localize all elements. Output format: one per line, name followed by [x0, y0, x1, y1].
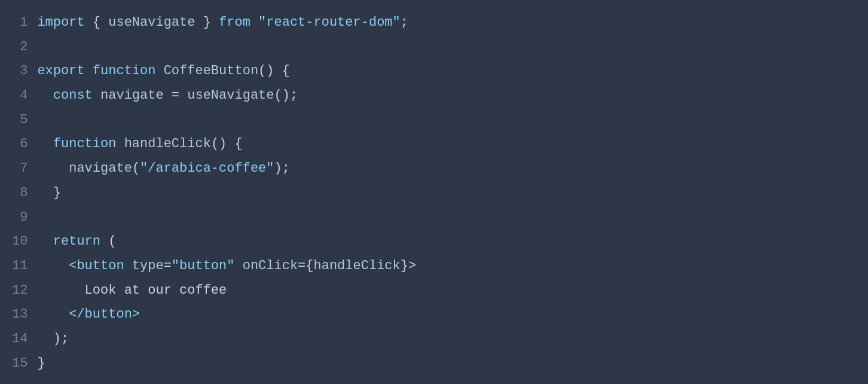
token-plain: ); [274, 161, 289, 176]
token-fn-name: handleClick [314, 258, 401, 273]
line-number: 5 [12, 108, 27, 133]
token-plain: () { [258, 63, 290, 78]
line-number: 4 [12, 84, 27, 108]
code-line: import { useNavigate } from "react-route… [37, 11, 868, 35]
token-attr-name: type [132, 258, 164, 273]
code-line: function handleClick() { [37, 132, 868, 157]
token-plain: }> [401, 258, 416, 273]
token-plain: ={ [298, 258, 313, 273]
code-line: ); [37, 327, 868, 352]
token-plain: (); [274, 88, 298, 103]
token-fn-name: CoffeeButton [164, 63, 258, 78]
token-kw-const: const [53, 88, 93, 103]
token-fn-name: navigate [100, 88, 164, 103]
code-line: } [37, 352, 868, 376]
code-line [37, 35, 868, 60]
token-plain: { [85, 15, 109, 30]
line-number: 11 [12, 254, 27, 279]
token-plain [93, 88, 100, 103]
token-plain [37, 88, 53, 103]
token-plain: } [37, 185, 61, 200]
line-number: 3 [12, 59, 27, 84]
line-number: 13 [12, 303, 27, 327]
code-line [37, 206, 868, 230]
token-plain: Look at our coffee [37, 283, 227, 298]
code-editor: 123456789101112131415 import { useNaviga… [0, 0, 868, 384]
line-number: 8 [12, 181, 27, 206]
line-number: 12 [12, 279, 27, 303]
code-line: return ( [37, 230, 868, 254]
token-fn-name: useNavigate [187, 88, 274, 103]
token-plain: = [164, 258, 172, 273]
token-plain [85, 63, 93, 78]
code-line [37, 108, 868, 133]
code-line: } [37, 181, 868, 206]
token-string: "/arabica-coffee" [140, 161, 274, 176]
line-number: 14 [12, 327, 27, 352]
token-plain [37, 307, 69, 322]
token-attr-name: onClick [243, 258, 298, 273]
token-plain [37, 136, 53, 151]
line-number: 6 [12, 132, 27, 157]
token-plain: () { [211, 136, 243, 151]
token-tag: <button [69, 258, 124, 273]
token-plain: } [37, 356, 45, 371]
code-line: <button type="button" onClick={handleCli… [37, 254, 868, 279]
token-kw-function: function [93, 63, 156, 78]
token-plain: = [164, 88, 188, 103]
token-kw-return: return [53, 234, 100, 249]
line-number: 2 [12, 35, 27, 60]
token-plain [37, 234, 53, 249]
token-plain [116, 136, 124, 151]
token-string: "react-router-dom" [258, 15, 401, 30]
token-kw-function: function [53, 136, 117, 151]
line-number: 15 [12, 352, 27, 376]
token-plain: ( [100, 234, 116, 249]
token-kw-export: export [37, 63, 84, 78]
token-plain [124, 258, 132, 273]
code-content: import { useNavigate } from "react-route… [37, 0, 868, 384]
line-numbers: 123456789101112131415 [0, 0, 37, 384]
token-plain [250, 15, 258, 30]
token-fn-name: useNavigate [108, 15, 195, 30]
token-plain: ); [37, 331, 69, 346]
token-tag: </button> [69, 307, 140, 322]
token-plain: ; [401, 15, 408, 30]
token-fn-name: navigate [69, 161, 132, 176]
code-line: navigate("/arabica-coffee"); [37, 157, 868, 181]
token-plain [234, 258, 242, 273]
token-fn-name: handleClick [124, 136, 211, 151]
token-attr-val: "button" [172, 258, 235, 273]
line-number: 10 [12, 230, 27, 254]
line-number: 1 [12, 11, 27, 35]
token-plain [37, 258, 69, 273]
token-from-kw: from [219, 15, 250, 30]
token-plain [37, 161, 69, 176]
line-number: 7 [12, 157, 27, 181]
code-line: const navigate = useNavigate(); [37, 84, 868, 108]
line-number: 9 [12, 206, 27, 230]
code-line: </button> [37, 303, 868, 327]
token-kw-import: import [37, 15, 84, 30]
token-plain [155, 63, 163, 78]
token-plain: } [195, 15, 219, 30]
code-line: Look at our coffee [37, 279, 868, 303]
token-plain: ( [132, 161, 140, 176]
code-line: export function CoffeeButton() { [37, 59, 868, 84]
